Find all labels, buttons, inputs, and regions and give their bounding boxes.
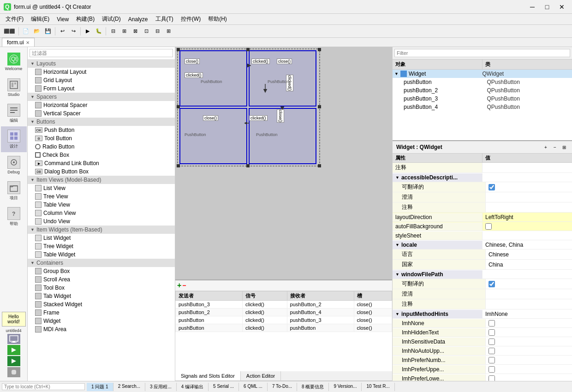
object-filter-input[interactable] <box>394 49 570 57</box>
run-icon[interactable] <box>7 345 20 355</box>
widget-item-h-spacer[interactable]: Horizontal Spacer <box>28 101 175 109</box>
status-tab-search[interactable]: 2 Search... <box>113 383 145 391</box>
translatable2-checkbox[interactable] <box>489 281 495 287</box>
widget-item-stacked-widget[interactable]: Stacked Widget <box>28 300 175 309</box>
designer-canvas[interactable]: close() clicked() PushButton clicked() c… <box>175 47 392 279</box>
locale-arrow[interactable]: ▼ <box>395 243 399 247</box>
sidebar-item-design[interactable]: 设计 <box>1 126 27 152</box>
imhpreflowe-checkbox[interactable] <box>489 375 495 381</box>
props-remove-button[interactable]: − <box>551 143 559 151</box>
toolbar-adjust[interactable]: ⊞ <box>163 26 173 36</box>
object-row-pushbutton3[interactable]: pushButton_3 QPushButton <box>393 95 572 103</box>
tab-action-editor[interactable]: Action Editor <box>241 371 281 380</box>
widget-item-tool-button[interactable]: ⚙ Tool Button <box>28 134 175 143</box>
toolbar-layout-h[interactable]: ⊟ <box>108 26 118 36</box>
widget-item-form-layout[interactable]: Form Layout <box>28 84 175 93</box>
imhsensitive-checkbox[interactable] <box>489 339 495 345</box>
table-row[interactable]: pushButtonclicked()pushButton_3close() <box>176 316 392 324</box>
menu-analyze[interactable]: Analyze <box>125 15 152 24</box>
status-tab-overview[interactable]: 8 概要信息 <box>297 383 329 391</box>
status-tab-problems[interactable]: 1 问题 1 <box>87 383 113 391</box>
sidebar-item-debug[interactable]: Debug <box>1 152 27 178</box>
widget-item-widget[interactable]: Widget <box>28 317 175 325</box>
widget-item-column-view[interactable]: Column View <box>28 209 175 217</box>
locate-input[interactable] <box>2 383 85 390</box>
table-row[interactable]: pushButton_3clicked()pushButton_2close() <box>176 301 392 309</box>
menu-view[interactable]: View <box>53 15 72 24</box>
form-tab[interactable]: form.ui ✕ <box>2 38 35 47</box>
widget-item-check-box[interactable]: Check Box <box>28 151 175 159</box>
build-run-icon[interactable] <box>7 356 20 366</box>
widget-item-command-link[interactable]: ▶ Command Link Button <box>28 159 175 167</box>
section-layouts[interactable]: ▼ Layouts <box>28 59 175 68</box>
toolbar-layout-g[interactable]: ⊠ <box>130 26 140 36</box>
widget-item-list-view[interactable]: List View <box>28 184 175 192</box>
widget-item-mdi-area[interactable]: MDI Area <box>28 325 175 333</box>
toolbar-run[interactable]: ▶ <box>83 26 93 36</box>
sidebar-item-welcome[interactable]: Qt Welcome <box>1 49 27 75</box>
status-tab-test[interactable]: 10 Test R... <box>362 383 394 391</box>
widget-item-scroll-area[interactable]: Scroll Area <box>28 275 175 284</box>
menu-debug[interactable]: 调试(D) <box>98 14 125 24</box>
menu-file[interactable]: 文件(F) <box>2 14 27 24</box>
object-row-pushbutton2[interactable]: pushButton_2 QPushButton <box>393 86 572 95</box>
status-tab-qml[interactable]: 6 QML ... <box>239 383 268 391</box>
section-buttons[interactable]: ▼ Buttons <box>28 118 175 126</box>
translatable1-checkbox[interactable] <box>489 184 495 190</box>
table-row[interactable]: pushButtonclicked()pushButtonclose() <box>176 324 392 332</box>
stop-icon[interactable] <box>7 367 20 377</box>
imhnoauto-checkbox[interactable] <box>489 348 495 354</box>
props-add-button[interactable]: + <box>542 143 550 151</box>
widget-item-tree-widget[interactable]: Tree Widget <box>28 242 175 250</box>
object-row-pushbutton[interactable]: pushButton QPushButton <box>393 78 572 86</box>
widget-item-horizontal-layout[interactable]: Horizontal Layout <box>28 68 175 76</box>
imhhidden-checkbox[interactable] <box>489 329 495 336</box>
sidebar-item-studio[interactable]: Studio <box>1 75 27 101</box>
toolbar-open[interactable]: 📂 <box>32 26 42 36</box>
status-tab-version[interactable]: 9 Version... <box>329 383 362 391</box>
menu-build[interactable]: 构建(B) <box>72 14 98 24</box>
menu-widgets[interactable]: 控件(W) <box>177 14 204 24</box>
toolbar-debug[interactable]: 🐛 <box>94 26 104 36</box>
object-row-widget[interactable]: ▼ Widget QWidget <box>393 70 572 78</box>
toolbar-undo[interactable]: ↩ <box>57 26 67 36</box>
menu-help[interactable]: 帮助(H) <box>204 14 231 24</box>
sidebar-item-project[interactable]: 项目 <box>1 178 27 204</box>
widget-item-group-box[interactable]: Group Box <box>28 267 175 275</box>
status-tab-compile[interactable]: 4 编译输出 <box>177 383 209 391</box>
section-item-views[interactable]: ▼ Item Views (Model-Based) <box>28 176 175 184</box>
titlebar-controls[interactable]: ─ □ ✕ <box>526 2 568 12</box>
windowfilepath-arrow[interactable]: ▼ <box>395 272 399 277</box>
widget-item-list-widget[interactable]: List Widget <box>28 234 175 242</box>
imhprefuppe-checkbox[interactable] <box>489 366 495 373</box>
section-containers[interactable]: ▼ Containers <box>28 259 175 267</box>
widget-item-grid-layout[interactable]: Grid Layout <box>28 76 175 84</box>
maximize-button[interactable]: □ <box>541 2 554 12</box>
status-tab-todo[interactable]: 7 To-Do... <box>268 383 297 391</box>
widget-item-radio-button[interactable]: Radio Button <box>28 143 175 151</box>
widget-filter-input[interactable] <box>30 49 173 57</box>
props-expand-button[interactable]: ⊞ <box>560 143 568 151</box>
section-spacers[interactable]: ▼ Spacers <box>28 93 175 101</box>
widget-item-v-spacer[interactable]: Vertical Spacer <box>28 109 175 118</box>
status-tab-app[interactable]: 3 应用程... <box>145 383 177 391</box>
section-item-widgets[interactable]: ▼ Item Widgets (Item-Based) <box>28 226 175 234</box>
menu-tools[interactable]: 工具(T) <box>152 14 177 24</box>
accessible-arrow[interactable]: ▼ <box>395 175 399 180</box>
desktop-icon[interactable] <box>7 334 20 344</box>
sidebar-item-help[interactable]: ? 帮助 <box>1 204 27 230</box>
widget-item-tool-box[interactable]: Tool Box <box>28 284 175 292</box>
widget-item-table-widget[interactable]: Table Widget <box>28 250 175 259</box>
tab-signals-editor[interactable]: Signals and Slots Editor <box>175 371 241 380</box>
widget-item-frame[interactable]: Frame <box>28 309 175 317</box>
toolbar-save[interactable]: 💾 <box>43 26 53 36</box>
minimize-button[interactable]: ─ <box>526 2 539 12</box>
widget-item-push-button[interactable]: OK Push Button <box>28 126 175 134</box>
autofill-checkbox[interactable] <box>485 223 492 230</box>
widget-item-tree-view[interactable]: Tree View <box>28 192 175 201</box>
sidebar-item-edit[interactable]: 编辑 <box>1 101 27 126</box>
toolbar-layout-v[interactable]: ⊞ <box>119 26 129 36</box>
widget-item-table-view[interactable]: Table View <box>28 201 175 209</box>
close-button[interactable]: ✕ <box>555 2 568 12</box>
table-row[interactable]: pushButton_2clicked()pushButton_4close() <box>176 309 392 316</box>
